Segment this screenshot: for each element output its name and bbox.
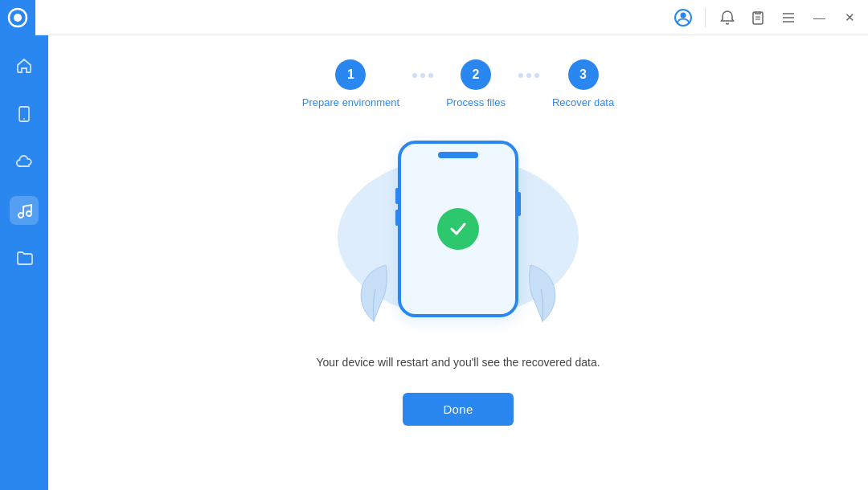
svg-point-1: [14, 14, 22, 22]
sidebar-item-music[interactable]: [10, 196, 39, 225]
menu-icon[interactable]: [780, 9, 797, 27]
dot: [518, 73, 523, 78]
close-button[interactable]: ✕: [841, 7, 858, 28]
phone-illustration: [398, 141, 518, 317]
svg-point-3: [681, 12, 686, 18]
main-layout: 1 Prepare environment 2 Process files: [0, 35, 868, 490]
user-icon[interactable]: [674, 9, 692, 27]
description-text: Your device will restart and you'll see …: [316, 356, 600, 369]
sidebar-item-cloud[interactable]: [10, 148, 39, 177]
leaf-right-icon: [526, 261, 567, 325]
svg-point-13: [27, 211, 31, 216]
dot: [526, 73, 531, 78]
step-3: 3 Recover data: [552, 59, 614, 108]
titlebar-left: [0, 0, 35, 35]
sidebar: [0, 35, 48, 490]
sidebar-item-home[interactable]: [10, 51, 39, 80]
dot: [420, 73, 425, 78]
illustration: [305, 133, 611, 341]
step-1-label: Prepare environment: [302, 96, 399, 108]
step-3-label: Recover data: [552, 96, 614, 108]
dot: [428, 73, 433, 78]
step-2-label: Process files: [446, 96, 506, 108]
content-area: 1 Prepare environment 2 Process files: [48, 35, 868, 490]
titlebar-icons: — ✕: [674, 7, 858, 28]
steps: 1 Prepare environment 2 Process files: [177, 59, 739, 108]
step-2-circle: 2: [461, 59, 491, 90]
step-2: 2 Process files: [446, 59, 506, 108]
dot: [412, 73, 417, 78]
step-dots-1: [412, 73, 433, 96]
titlebar: — ✕: [0, 0, 868, 35]
minimize-button[interactable]: —: [810, 7, 829, 27]
step-3-circle: 3: [568, 59, 599, 90]
sidebar-item-devices[interactable]: [10, 100, 39, 129]
step-1: 1 Prepare environment: [302, 59, 399, 108]
phone-button-left1: [395, 188, 399, 204]
leaf-left-icon: [350, 261, 390, 325]
app-logo: [0, 0, 35, 35]
sidebar-item-files[interactable]: [10, 244, 39, 273]
step-1-circle: 1: [335, 59, 366, 90]
bell-icon[interactable]: [719, 9, 736, 27]
clipboard-icon[interactable]: [749, 9, 767, 27]
success-check-icon: [437, 208, 479, 250]
divider: [705, 8, 706, 27]
svg-point-11: [23, 118, 25, 120]
step-dots-2: [518, 73, 539, 96]
done-button[interactable]: Done: [403, 393, 513, 426]
phone-button-left2: [395, 210, 399, 226]
dot: [534, 73, 539, 78]
